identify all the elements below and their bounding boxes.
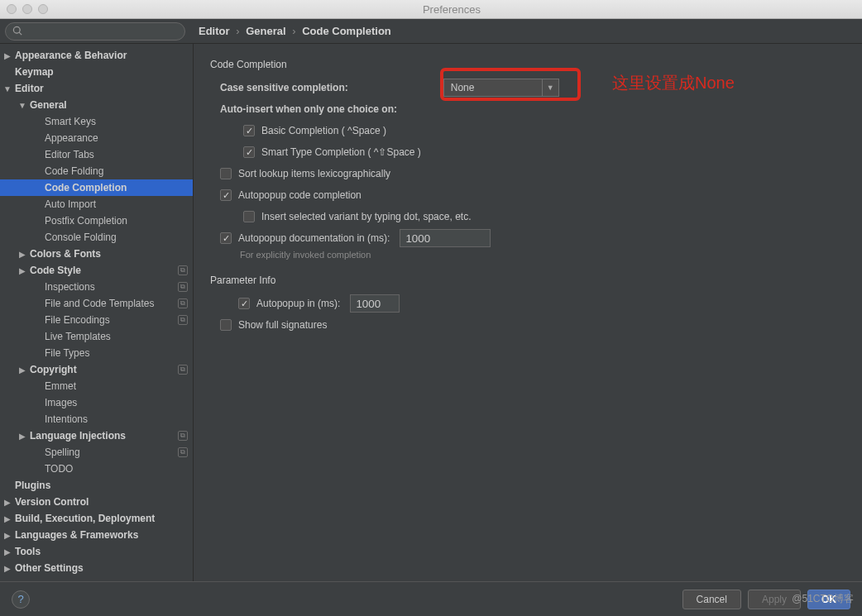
show-full-signatures-checkbox[interactable] [220, 319, 232, 331]
sidebar-item-images[interactable]: Images [0, 394, 193, 411]
sidebar-item-label: Intentions [45, 413, 88, 425]
search-icon [12, 26, 23, 36]
autopopup-code-checkbox[interactable] [220, 189, 232, 201]
sidebar-item-emmet[interactable]: Emmet [0, 378, 193, 394]
content-panel: Code Completion Case sensitive completio… [194, 44, 862, 581]
window-titlebar: Preferences [0, 0, 862, 19]
chevron-down-icon: ▼ [3, 84, 12, 93]
sidebar-item-label: TODO [45, 463, 73, 475]
insert-selected-label: Insert selected variant by typing dot, s… [261, 211, 471, 222]
sidebar-item-editor-tabs[interactable]: Editor Tabs [0, 146, 193, 163]
insert-selected-checkbox[interactable] [243, 211, 255, 222]
sidebar-item-live-templates[interactable]: Live Templates [0, 328, 193, 345]
sidebar-item-label: Postfix Completion [45, 215, 127, 227]
sidebar-item-label: Smart Keys [45, 116, 96, 127]
case-sensitive-value: None [451, 82, 475, 93]
sort-lookup-checkbox[interactable] [220, 168, 232, 179]
sidebar-item-label: Language Injections [30, 430, 126, 442]
sidebar-item-smart-keys[interactable]: Smart Keys [0, 113, 193, 130]
sidebar-item-label: Images [45, 397, 77, 408]
sidebar-item-label: Appearance & Behavior [15, 50, 127, 61]
chevron-right-icon: ▶ [3, 51, 12, 60]
sidebar-item-languages-frameworks[interactable]: ▶Languages & Frameworks [0, 527, 193, 543]
sidebar-item-colors-fonts[interactable]: ▶Colors & Fonts [0, 246, 193, 262]
sidebar-item-language-injections[interactable]: ▶Language Injections⧉ [0, 427, 193, 444]
sidebar-item-code-style[interactable]: ▶Code Style⧉ [0, 262, 193, 279]
search-input[interactable] [5, 22, 185, 41]
sidebar-item-label: Other Settings [15, 562, 84, 574]
annotation-text: 这里设置成None [612, 72, 735, 94]
sidebar-item-label: Languages & Frameworks [15, 529, 138, 541]
main-area: ▶Appearance & BehaviorKeymap▼Editor▼Gene… [0, 44, 862, 581]
ok-button[interactable]: OK [807, 590, 850, 609]
sidebar-item-console-folding[interactable]: Console Folding [0, 229, 193, 246]
sidebar-item-todo[interactable]: TODO [0, 461, 193, 477]
sidebar-item-label: Emmet [45, 380, 76, 392]
smart-type-completion-label: Smart Type Completion ( ^⇧Space ) [261, 146, 421, 158]
sidebar-item-keymap[interactable]: Keymap [0, 64, 193, 80]
sidebar-item-other-settings[interactable]: ▶Other Settings [0, 560, 193, 576]
project-scope-icon: ⧉ [178, 447, 188, 457]
sidebar-item-label: File Types [45, 347, 89, 359]
minimize-dot[interactable] [22, 4, 32, 14]
sidebar-item-label: Code Completion [45, 182, 127, 193]
sidebar-item-label: Editor Tabs [45, 149, 94, 160]
breadcrumb-a[interactable]: Editor [199, 25, 230, 37]
sidebar-item-label: Version Control [15, 496, 89, 508]
chevron-right-icon: ▶ [18, 432, 26, 441]
apply-button[interactable]: Apply [748, 590, 801, 609]
sidebar-item-intentions[interactable]: Intentions [0, 411, 193, 427]
sidebar-item-label: File and Code Templates [45, 298, 155, 309]
sidebar-item-label: Spelling [45, 446, 80, 458]
autopopup-doc-helper: For explicitly invoked completion [240, 250, 845, 260]
sidebar-item-code-completion[interactable]: Code Completion [0, 179, 193, 196]
preferences-sidebar[interactable]: ▶Appearance & BehaviorKeymap▼Editor▼Gene… [0, 44, 194, 581]
sidebar-item-plugins[interactable]: Plugins [0, 477, 193, 494]
show-full-signatures-label: Show full signatures [238, 319, 327, 331]
auto-insert-label: Auto-insert when only one choice on: [220, 103, 397, 115]
sidebar-item-label: Appearance [45, 132, 98, 144]
sidebar-item-file-encodings[interactable]: File Encodings⧉ [0, 312, 193, 328]
sidebar-item-appearance-behavior[interactable]: ▶Appearance & Behavior [0, 47, 193, 64]
sidebar-item-code-folding[interactable]: Code Folding [0, 163, 193, 179]
window-title: Preferences [48, 3, 855, 16]
basic-completion-checkbox[interactable] [243, 125, 255, 136]
project-scope-icon: ⧉ [178, 265, 188, 275]
sidebar-item-label: General [30, 99, 67, 111]
chevron-right-icon: ▶ [3, 514, 12, 523]
sidebar-item-tools[interactable]: ▶Tools [0, 543, 193, 560]
sidebar-item-auto-import[interactable]: Auto Import [0, 196, 193, 212]
project-scope-icon: ⧉ [178, 282, 188, 292]
chevron-right-icon: ▶ [18, 250, 26, 259]
chevron-right-icon: ▶ [3, 498, 12, 507]
sidebar-item-file-types[interactable]: File Types [0, 345, 193, 361]
sidebar-item-label: Copyright [30, 364, 77, 375]
smart-type-completion-checkbox[interactable] [243, 146, 255, 158]
sidebar-item-postfix-completion[interactable]: Postfix Completion [0, 212, 193, 229]
case-sensitive-label: Case sensitive completion: [220, 82, 348, 93]
autopopup-in-input[interactable] [350, 294, 400, 313]
autopopup-doc-input[interactable] [400, 229, 491, 247]
sidebar-item-file-and-code-templates[interactable]: File and Code Templates⧉ [0, 295, 193, 312]
autopopup-doc-checkbox[interactable] [220, 232, 232, 244]
project-scope-icon: ⧉ [178, 365, 188, 375]
sidebar-item-label: Code Style [30, 265, 81, 276]
sidebar-item-spelling[interactable]: Spelling⧉ [0, 444, 193, 461]
case-sensitive-select[interactable]: None ▼ [443, 79, 559, 97]
close-dot[interactable] [7, 4, 17, 14]
autopopup-in-checkbox[interactable] [238, 298, 250, 309]
sidebar-item-build-execution-deployment[interactable]: ▶Build, Execution, Deployment [0, 510, 193, 527]
sidebar-item-copyright[interactable]: ▶Copyright⧉ [0, 361, 193, 378]
sidebar-item-inspections[interactable]: Inspections⧉ [0, 279, 193, 295]
section-parameter-info: Parameter Info [210, 275, 845, 286]
cancel-button[interactable]: Cancel [682, 590, 741, 609]
sidebar-item-appearance[interactable]: Appearance [0, 130, 193, 146]
sidebar-item-editor[interactable]: ▼Editor [0, 80, 193, 97]
sidebar-item-general[interactable]: ▼General [0, 97, 193, 113]
breadcrumb-b[interactable]: General [246, 25, 285, 37]
help-button[interactable]: ? [12, 590, 30, 609]
sidebar-item-label: Console Folding [45, 232, 117, 243]
sidebar-item-version-control[interactable]: ▶Version Control [0, 494, 193, 510]
zoom-dot[interactable] [38, 4, 48, 14]
sidebar-item-label: Keymap [15, 66, 54, 78]
